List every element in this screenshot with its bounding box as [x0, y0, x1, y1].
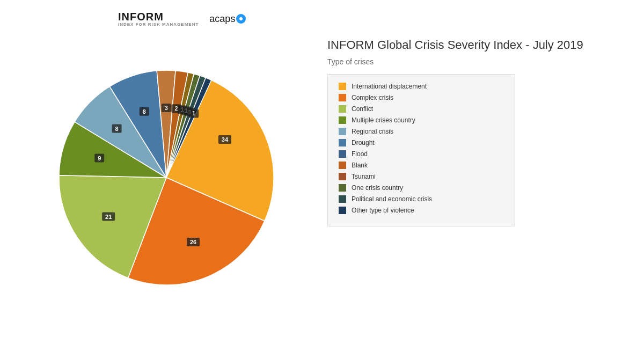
pie-slice-label: 26 — [190, 239, 196, 245]
legend-item-label: Regional crisis — [352, 128, 393, 135]
inform-logo: INFORM INDEX FOR RISK MANAGEMENT — [118, 11, 199, 27]
legend-color-swatch — [339, 173, 346, 180]
legend-item: Regional crisis — [339, 128, 504, 135]
legend-color-swatch — [339, 184, 346, 192]
inform-logo-text: INFORM — [118, 11, 199, 23]
legend-box: International displacement Complex crisi… — [327, 74, 515, 226]
legend-item-label: Flood — [352, 150, 368, 158]
legend-item-label: Drought — [352, 139, 375, 146]
pie-slice-label: 8 — [143, 108, 146, 115]
chart-title: INFORM Global Crisis Severity Index - Ju… — [327, 38, 617, 52]
legend-color-swatch — [339, 116, 346, 124]
pie-slice-label: 8 — [115, 125, 119, 131]
legend-item: Multiple crises country — [339, 116, 504, 124]
legend-color-swatch — [339, 195, 346, 203]
right-panel: INFORM Global Crisis Severity Index - Ju… — [317, 27, 628, 328]
acaps-label: acaps — [209, 13, 235, 25]
acaps-logo: acaps — [209, 13, 246, 25]
legend-color-swatch — [339, 94, 346, 101]
pie-slice-label: 3 — [165, 105, 168, 111]
legend-item-label: Multiple crises country — [352, 116, 415, 124]
legend-color-swatch — [339, 128, 346, 135]
pie-slice-label: 1 — [192, 110, 195, 116]
legend-item: Flood — [339, 150, 504, 158]
pie-slice-label: 21 — [105, 213, 112, 219]
pie-slice-label: 9 — [98, 155, 101, 161]
legend-item-label: Blank — [352, 162, 368, 169]
header: INFORM INDEX FOR RISK MANAGEMENT acaps — [0, 0, 644, 27]
legend-item: Conflict — [339, 105, 504, 113]
legend-color-swatch — [339, 105, 346, 113]
legend-color-swatch — [339, 207, 346, 214]
inform-logo-subtext: INDEX FOR RISK MANAGEMENT — [118, 23, 199, 27]
legend-item-label: International displacement — [352, 83, 427, 90]
legend-item: Drought — [339, 139, 504, 146]
legend-item-label: Other type of violence — [352, 207, 414, 214]
legend-item-label: Political and economic crisis — [352, 195, 432, 203]
legend-item: Blank — [339, 162, 504, 169]
main-content: 342621988321111 INFORM Global Crisis Sev… — [0, 27, 644, 328]
legend-color-swatch — [339, 162, 346, 169]
section-label: Type of crises — [327, 57, 617, 66]
legend-color-swatch — [339, 150, 346, 158]
acaps-dot-icon — [236, 14, 246, 24]
legend-color-swatch — [339, 83, 346, 90]
legend-item-label: Tsunami — [352, 173, 376, 180]
legend-item: International displacement — [339, 83, 504, 90]
legend-color-swatch — [339, 139, 346, 146]
legend-item-label: Conflict — [352, 105, 373, 113]
legend-item-label: Complex crisis — [352, 94, 393, 101]
pie-slice-label: 34 — [222, 136, 229, 143]
legend-item-label: One crisis country — [352, 184, 403, 192]
legend-item: Complex crisis — [339, 94, 504, 101]
legend-item: Other type of violence — [339, 207, 504, 214]
legend-item: One crisis country — [339, 184, 504, 192]
pie-chart: 342621988321111 — [38, 49, 295, 306]
legend-item: Tsunami — [339, 173, 504, 180]
legend-item: Political and economic crisis — [339, 195, 504, 203]
chart-area: 342621988321111 — [16, 27, 317, 328]
